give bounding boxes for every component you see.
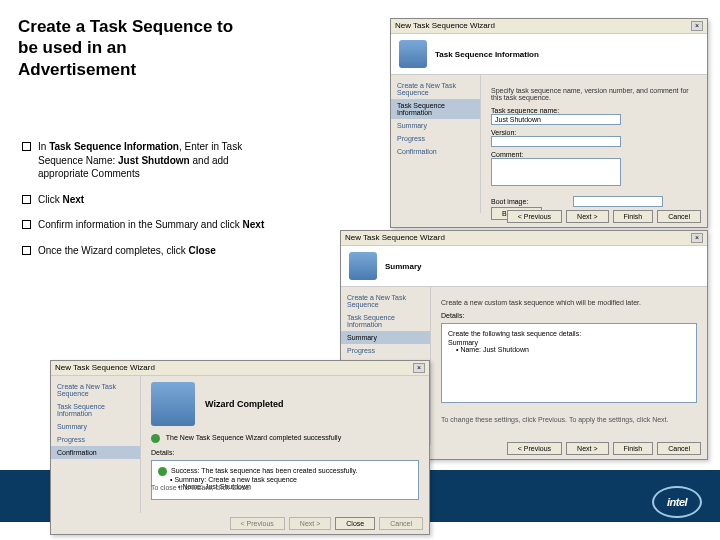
- wizard-completed: New Task Sequence Wizard × Create a New …: [50, 360, 430, 535]
- sidebar-item-summary[interactable]: Summary: [391, 119, 480, 132]
- instruction-text: Create a new custom task sequence which …: [441, 299, 697, 306]
- instruction-text: Specify task sequence name, version numb…: [491, 87, 697, 101]
- hint-text: To close this wizard, click Close.: [151, 484, 251, 491]
- sidebar-item-summary[interactable]: Summary: [341, 331, 430, 344]
- window-title: New Task Sequence Wizard: [345, 233, 445, 243]
- comment-input[interactable]: [491, 158, 621, 186]
- next-button: Next >: [289, 517, 331, 530]
- sidebar-item-info[interactable]: Task Sequence Information: [391, 99, 480, 119]
- wizard-icon: [399, 40, 427, 68]
- sidebar-item-confirm[interactable]: Confirmation: [51, 446, 140, 459]
- task-sequence-name-input[interactable]: [491, 114, 621, 125]
- sidebar-item-info[interactable]: Task Sequence Information: [341, 311, 430, 331]
- next-button[interactable]: Next >: [566, 210, 608, 223]
- close-icon[interactable]: ×: [691, 21, 703, 31]
- cancel-button[interactable]: Cancel: [657, 442, 701, 455]
- details-box: Create the following task sequence detai…: [441, 323, 697, 403]
- label-version: Version:: [491, 129, 571, 136]
- sidebar-item-create[interactable]: Create a New Task Sequence: [341, 291, 430, 311]
- sidebar-item-info[interactable]: Task Sequence Information: [51, 400, 140, 420]
- finish-button[interactable]: Finish: [613, 210, 654, 223]
- wizard-icon: [151, 382, 195, 426]
- previous-button[interactable]: < Previous: [507, 210, 562, 223]
- wizard-header: Wizard Completed: [205, 399, 283, 409]
- sidebar-item-confirm[interactable]: Confirmation: [391, 145, 480, 158]
- list-item: Once the Wizard completes, click Close: [22, 244, 272, 258]
- intel-logo: intel: [652, 486, 702, 518]
- sidebar-item-progress[interactable]: Progress: [51, 433, 140, 446]
- wizard-sidebar: Create a New Task Sequence Task Sequence…: [391, 75, 481, 213]
- label-comment: Comment:: [491, 151, 571, 158]
- wizard-task-sequence-info: New Task Sequence Wizard × Task Sequence…: [390, 18, 708, 228]
- bullet-list: In Task Sequence Information, Enter in T…: [22, 140, 272, 269]
- sidebar-item-create[interactable]: Create a New Task Sequence: [391, 79, 480, 99]
- status-text: The New Task Sequence Wizard completed s…: [166, 434, 341, 441]
- sidebar-item-summary[interactable]: Summary: [51, 420, 140, 433]
- sidebar-item-create[interactable]: Create a New Task Sequence: [51, 380, 140, 400]
- version-input[interactable]: [491, 136, 621, 147]
- titlebar[interactable]: New Task Sequence Wizard ×: [51, 361, 429, 376]
- wizard-header: Task Sequence Information: [435, 50, 539, 59]
- hint-text: To change these settings, click Previous…: [441, 416, 668, 423]
- details-label: Details:: [151, 449, 419, 456]
- close-icon[interactable]: ×: [413, 363, 425, 373]
- window-title: New Task Sequence Wizard: [55, 363, 155, 373]
- list-item: Confirm information in the Summary and c…: [22, 218, 272, 232]
- label-name: Task sequence name:: [491, 107, 571, 114]
- titlebar[interactable]: New Task Sequence Wizard ×: [341, 231, 707, 246]
- success-icon: [151, 434, 160, 443]
- slide-title: Create a Task Sequence to be used in an …: [18, 16, 248, 80]
- details-label: Details:: [441, 312, 697, 319]
- label-bootimage: Boot image:: [491, 198, 571, 205]
- success-icon: [158, 467, 167, 476]
- list-item: Click Next: [22, 193, 272, 207]
- cancel-button: Cancel: [379, 517, 423, 530]
- titlebar[interactable]: New Task Sequence Wizard ×: [391, 19, 707, 34]
- wizard-icon: [349, 252, 377, 280]
- previous-button: < Previous: [230, 517, 285, 530]
- close-icon[interactable]: ×: [691, 233, 703, 243]
- window-title: New Task Sequence Wizard: [395, 21, 495, 31]
- finish-button[interactable]: Finish: [613, 442, 654, 455]
- cancel-button[interactable]: Cancel: [657, 210, 701, 223]
- bootimage-input[interactable]: [573, 196, 663, 207]
- next-button[interactable]: Next >: [566, 442, 608, 455]
- wizard-sidebar: Create a New Task Sequence Task Sequence…: [51, 376, 141, 513]
- sidebar-item-progress[interactable]: Progress: [341, 344, 430, 357]
- details-box: Success: The task sequence has been crea…: [151, 460, 419, 500]
- previous-button[interactable]: < Previous: [507, 442, 562, 455]
- wizard-header: Summary: [385, 262, 421, 271]
- list-item: In Task Sequence Information, Enter in T…: [22, 140, 272, 181]
- sidebar-item-progress[interactable]: Progress: [391, 132, 480, 145]
- close-button[interactable]: Close: [335, 517, 375, 530]
